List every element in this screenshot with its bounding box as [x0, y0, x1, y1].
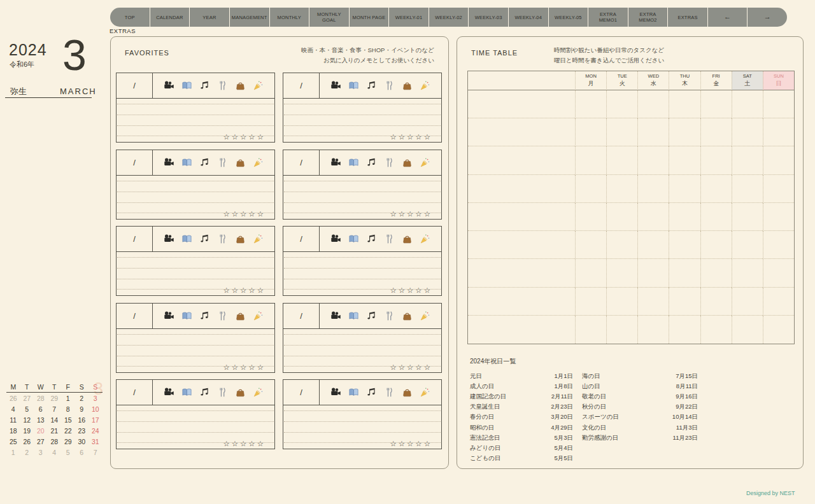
timetable-cell[interactable]	[669, 288, 700, 316]
timetable-cell[interactable]	[669, 118, 700, 146]
timetable-cell[interactable]	[575, 231, 606, 259]
tab-weekly-03[interactable]: WEEKLY-03	[469, 8, 509, 27]
tab-weekly-05[interactable]: WEEKLY-05	[549, 8, 589, 27]
timetable-cell[interactable]	[700, 259, 732, 287]
timetable-cell[interactable]	[700, 175, 732, 203]
timetable-cell[interactable]	[637, 90, 669, 118]
timetable-cell[interactable]	[637, 231, 669, 259]
timetable-cell[interactable]	[763, 118, 794, 146]
tab-next[interactable]: →	[748, 8, 787, 27]
tab-monthly-goal[interactable]: MONTHLY GOAL	[309, 8, 350, 27]
timetable-cell[interactable]	[763, 146, 794, 174]
timetable-cell[interactable]	[468, 175, 575, 203]
timetable-cell[interactable]	[732, 203, 763, 231]
timetable-cell[interactable]	[700, 90, 732, 118]
star-rating[interactable]: ☆☆☆☆☆	[390, 209, 432, 218]
timetable-cell[interactable]	[700, 316, 732, 344]
timetable-cell[interactable]	[606, 259, 637, 287]
timetable-cell[interactable]	[669, 259, 700, 287]
timetable-cell[interactable]	[575, 288, 606, 316]
timetable-cell[interactable]	[606, 231, 637, 259]
star-rating[interactable]: ☆☆☆☆☆	[223, 132, 266, 141]
favorite-date-field[interactable]: /	[283, 380, 320, 405]
timetable-cell[interactable]	[637, 203, 669, 231]
star-rating[interactable]: ☆☆☆☆☆	[223, 439, 266, 448]
tab-extra-memo1[interactable]: EXTRA MEMO1	[588, 8, 628, 27]
timetable-cell[interactable]	[637, 259, 669, 287]
star-rating[interactable]: ☆☆☆☆☆	[223, 363, 266, 372]
tab-monthly[interactable]: MONTHLY	[270, 8, 310, 27]
tab-weekly-02[interactable]: WEEKLY-02	[429, 8, 469, 27]
tab-weekly-01[interactable]: WEEKLY-01	[389, 8, 429, 27]
timetable-cell[interactable]	[575, 146, 606, 174]
timetable-cell[interactable]	[606, 90, 637, 118]
timetable-cell[interactable]	[763, 203, 794, 231]
timetable-cell[interactable]	[606, 288, 637, 316]
timetable-cell[interactable]	[732, 146, 763, 174]
favorite-date-field[interactable]: /	[283, 73, 320, 98]
timetable-cell[interactable]	[637, 146, 669, 174]
timetable-cell[interactable]	[732, 259, 763, 287]
timetable-cell[interactable]	[575, 316, 606, 344]
timetable-cell[interactable]	[732, 231, 763, 259]
timetable-cell[interactable]	[606, 175, 637, 203]
timetable-cell[interactable]	[669, 146, 700, 174]
timetable-cell[interactable]	[700, 118, 732, 146]
star-rating[interactable]: ☆☆☆☆☆	[390, 286, 432, 295]
timetable-cell[interactable]	[606, 118, 637, 146]
favorite-date-field[interactable]: /	[117, 304, 153, 328]
tab-extra-memo2[interactable]: EXTRA MEMO2	[628, 8, 669, 27]
timetable-cell[interactable]	[606, 203, 637, 231]
timetable-cell[interactable]	[700, 288, 732, 316]
timetable-cell[interactable]	[468, 146, 575, 174]
timetable-cell[interactable]	[732, 118, 763, 146]
star-rating[interactable]: ☆☆☆☆☆	[390, 439, 432, 448]
tab-calendar[interactable]: CALENDAR	[150, 8, 190, 27]
timetable-cell[interactable]	[669, 90, 700, 118]
favorite-date-field[interactable]: /	[283, 227, 320, 251]
tab-extras[interactable]: EXTRAS	[668, 8, 708, 27]
timetable-cell[interactable]	[763, 231, 794, 259]
timetable-cell[interactable]	[575, 118, 606, 146]
timetable-cell[interactable]	[669, 316, 700, 344]
timetable-cell[interactable]	[732, 90, 763, 118]
timetable-cell[interactable]	[732, 316, 763, 344]
timetable-cell[interactable]	[700, 231, 732, 259]
timetable-cell[interactable]	[732, 288, 763, 316]
tab-top[interactable]: TOP	[110, 8, 150, 27]
tab-weekly-04[interactable]: WEEKLY-04	[509, 8, 549, 27]
star-rating[interactable]: ☆☆☆☆☆	[223, 286, 266, 295]
timetable-cell[interactable]	[669, 231, 700, 259]
timetable-cell[interactable]	[763, 316, 794, 344]
star-rating[interactable]: ☆☆☆☆☆	[390, 132, 432, 141]
timetable-cell[interactable]	[763, 175, 794, 203]
timetable-cell[interactable]	[468, 203, 575, 231]
timetable-cell[interactable]	[575, 203, 606, 231]
timetable-cell[interactable]	[637, 288, 669, 316]
timetable-cell[interactable]	[468, 231, 575, 259]
tab-year[interactable]: YEAR	[190, 8, 230, 27]
timetable-cell[interactable]	[637, 316, 669, 344]
timetable-cell[interactable]	[637, 175, 669, 203]
timetable-cell[interactable]	[468, 259, 575, 287]
timetable-cell[interactable]	[637, 118, 669, 146]
favorite-date-field[interactable]: /	[117, 227, 153, 251]
timetable-cell[interactable]	[763, 259, 794, 287]
timetable-cell[interactable]	[468, 118, 575, 146]
timetable-cell[interactable]	[468, 288, 575, 316]
timetable-cell[interactable]	[468, 90, 575, 118]
star-rating[interactable]: ☆☆☆☆☆	[223, 209, 266, 218]
timetable-cell[interactable]	[606, 146, 637, 174]
timetable-cell[interactable]	[575, 90, 606, 118]
tab-month-page[interactable]: MONTH PAGE	[350, 8, 390, 27]
timetable-cell[interactable]	[763, 288, 794, 316]
favorite-date-field[interactable]: /	[283, 304, 320, 328]
timetable-cell[interactable]	[669, 175, 700, 203]
timetable-cell[interactable]	[606, 316, 637, 344]
favorite-date-field[interactable]: /	[283, 150, 320, 175]
timetable-cell[interactable]	[700, 146, 732, 174]
timetable-cell[interactable]	[575, 175, 606, 203]
favorite-date-field[interactable]: /	[117, 150, 153, 175]
star-rating[interactable]: ☆☆☆☆☆	[390, 363, 432, 372]
tab-management[interactable]: MANAGEMENT	[230, 8, 270, 27]
